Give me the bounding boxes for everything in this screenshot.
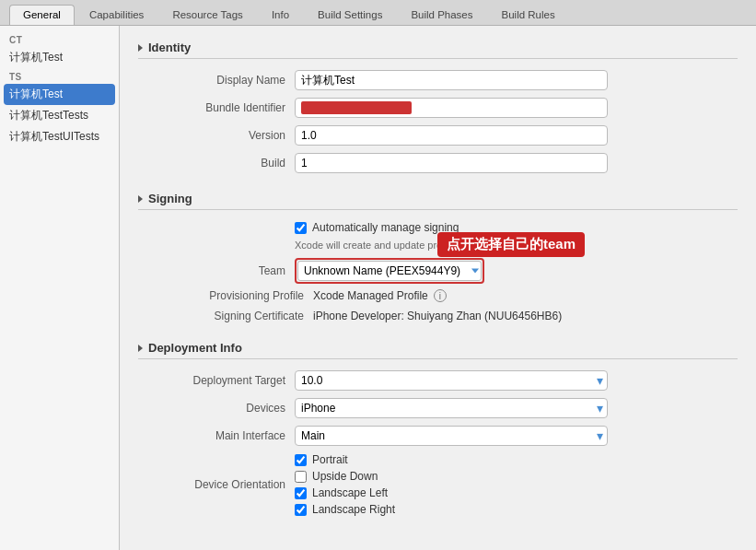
team-dropdown-wrapper: 点开选择自己的team Unknown Name (PEEX5944Y9) — [295, 258, 484, 284]
auto-manage-checkbox[interactable] — [295, 222, 307, 234]
build-row: Build — [138, 153, 738, 173]
orientation-row: Device Orientation Portrait Upside Down — [138, 453, 738, 516]
tab-build-settings[interactable]: Build Settings — [304, 5, 396, 25]
display-name-row: Display Name — [138, 70, 738, 90]
tab-build-rules[interactable]: Build Rules — [488, 5, 569, 25]
landscape-left-checkbox[interactable] — [295, 487, 307, 499]
portrait-row: Portrait — [295, 453, 395, 466]
landscape-right-label: Landscape Right — [312, 503, 395, 516]
landscape-right-row: Landscape Right — [295, 503, 395, 516]
identity-section: Identity Display Name Bundle Identifier … — [138, 41, 738, 173]
sidebar-item-3[interactable]: 计算机TestTests — [0, 105, 119, 126]
main-layout: CT 计算机Test TS 计算机Test 计算机TestTests 计算机Te… — [0, 26, 756, 550]
devices-label: Devices — [147, 402, 295, 415]
main-interface-row: Main Interface Main ▾ — [138, 426, 738, 446]
deploy-target-wrapper: 10.0 ▾ — [295, 370, 608, 391]
deploy-target-label: Deployment Target — [147, 374, 295, 387]
sidebar-item-2[interactable]: 计算机Test — [4, 84, 115, 105]
devices-wrapper: iPhone ▾ — [295, 398, 608, 418]
tab-bar: General Capabilities Resource Tags Info … — [0, 0, 756, 26]
identity-triangle[interactable] — [138, 44, 143, 52]
tab-build-phases[interactable]: Build Phases — [397, 5, 486, 25]
upside-down-label: Upside Down — [312, 470, 378, 483]
team-select-border: Unknown Name (PEEX5944Y9) — [295, 258, 484, 284]
signing-sub-text: Xcode will create and update profiles, a… — [138, 240, 738, 251]
sidebar-item-1[interactable]: 计算机Test — [0, 47, 119, 68]
devices-row: Devices iPhone ▾ — [138, 398, 738, 418]
team-row: Team 点开选择自己的team Unknown Name (PEEX5944Y… — [138, 258, 738, 284]
content-area: Identity Display Name Bundle Identifier … — [120, 26, 756, 550]
signing-cert-row: Signing Certificate iPhone Developer: Sh… — [138, 310, 738, 322]
main-interface-wrapper: Main ▾ — [295, 426, 608, 446]
upside-down-checkbox[interactable] — [295, 471, 307, 483]
orientation-label: Device Orientation — [147, 478, 295, 491]
signing-cert-label: Signing Certificate — [147, 310, 313, 322]
provisioning-label: Provisioning Profile — [147, 289, 313, 302]
main-interface-select[interactable]: Main — [295, 426, 608, 446]
signing-section: Signing Automatically manage signing Xco… — [138, 192, 738, 322]
deployment-triangle[interactable] — [138, 345, 143, 352]
bundle-id-label: Bundle Identifier — [147, 101, 295, 114]
bundle-id-row: Bundle Identifier — [138, 98, 738, 118]
signing-header: Signing — [138, 192, 738, 210]
orientation-group: Portrait Upside Down Landscape Left — [295, 453, 395, 516]
signing-triangle[interactable] — [138, 195, 143, 203]
identity-header: Identity — [138, 41, 738, 59]
deployment-header: Deployment Info — [138, 341, 738, 359]
portrait-label: Portrait — [312, 453, 348, 466]
info-icon[interactable]: i — [434, 289, 447, 302]
sidebar-section-ts: TS — [0, 68, 119, 84]
team-label: Team — [147, 264, 295, 277]
sidebar-section-ct: CT — [0, 31, 119, 47]
deployment-section: Deployment Info Deployment Target 10.0 ▾… — [138, 341, 738, 516]
build-label: Build — [147, 157, 295, 170]
deploy-target-select[interactable]: 10.0 — [295, 370, 608, 391]
landscape-left-row: Landscape Left — [295, 486, 395, 499]
signing-cert-value: iPhone Developer: Shuiyang Zhan (NUU6456… — [313, 310, 562, 322]
version-row: Version — [138, 125, 738, 146]
build-input[interactable] — [295, 153, 608, 173]
version-input[interactable] — [295, 125, 608, 146]
tab-capabilities[interactable]: Capabilities — [76, 5, 157, 25]
sidebar-item-4[interactable]: 计算机TestUITests — [0, 126, 119, 147]
portrait-checkbox[interactable] — [295, 454, 307, 466]
sidebar: CT 计算机Test TS 计算机Test 计算机TestTests 计算机Te… — [0, 26, 120, 550]
auto-manage-row: Automatically manage signing — [138, 221, 738, 234]
deployment-title: Deployment Info — [148, 341, 242, 355]
signing-title: Signing — [148, 192, 192, 205]
team-select[interactable]: Unknown Name (PEEX5944Y9) — [297, 261, 482, 281]
app-container: General Capabilities Resource Tags Info … — [0, 0, 756, 550]
version-label: Version — [147, 129, 295, 142]
upside-down-row: Upside Down — [295, 470, 395, 483]
tab-general[interactable]: General — [9, 5, 75, 25]
display-name-label: Display Name — [147, 74, 295, 87]
provisioning-value: Xcode Managed Profile i — [313, 289, 447, 302]
deploy-target-row: Deployment Target 10.0 ▾ — [138, 370, 738, 391]
display-name-input[interactable] — [295, 70, 608, 90]
identity-title: Identity — [148, 41, 191, 54]
tab-resource-tags[interactable]: Resource Tags — [158, 5, 257, 25]
main-interface-label: Main Interface — [147, 429, 295, 442]
devices-select[interactable]: iPhone — [295, 398, 608, 418]
landscape-right-checkbox[interactable] — [295, 504, 307, 516]
bundle-id-redacted — [301, 101, 412, 114]
landscape-left-label: Landscape Left — [312, 486, 388, 499]
provisioning-row: Provisioning Profile Xcode Managed Profi… — [138, 289, 738, 302]
auto-manage-label: Automatically manage signing — [312, 221, 459, 234]
tab-info[interactable]: Info — [258, 5, 303, 25]
